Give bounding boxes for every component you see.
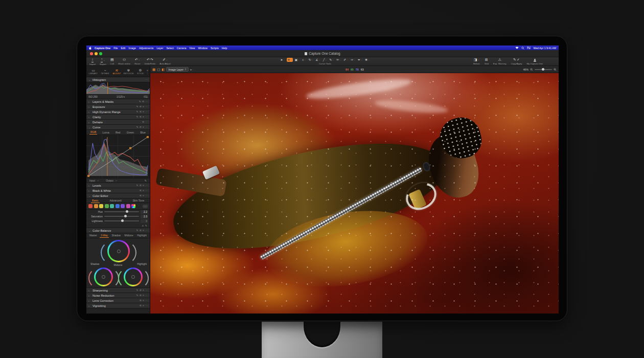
panel-pen-icon[interactable]: ✎ — [136, 116, 139, 118]
ce-tab-skintone[interactable]: Skin Tone — [131, 198, 145, 203]
rotate-tool[interactable]: ↻⌄ — [308, 58, 314, 62]
panel-reset-icon[interactable]: ⟲ — [140, 189, 142, 192]
reset-button[interactable]: ↶⌄ Reset — [133, 57, 142, 65]
panel-preset-icon[interactable]: ≡ — [143, 229, 144, 232]
panel-pen-icon[interactable]: ✎ — [139, 100, 141, 103]
tool-settings[interactable]: ❋⌄ — [364, 58, 371, 62]
panel-reset-icon[interactable]: ⟲ — [140, 289, 142, 292]
auto-adjust-button[interactable]: ✐⌄ Auto Adjust — [158, 57, 172, 65]
panel-reset-icon[interactable]: ⟲ — [140, 194, 142, 197]
swatch-aqua[interactable] — [110, 204, 114, 208]
layer-selector[interactable]: Image Layer ⇕ — [166, 67, 188, 72]
menu-camera[interactable]: Camera — [177, 47, 186, 50]
close-window-button[interactable] — [90, 52, 93, 55]
zoom-slider[interactable] — [535, 69, 552, 70]
curve-tab-luma[interactable]: Luma — [102, 130, 110, 135]
panel-reset-icon[interactable]: ⟲ — [140, 299, 142, 302]
panel-reset-icon[interactable]: ⟲ — [140, 110, 142, 113]
my-capture-one-button[interactable]: My Capture One — [525, 57, 544, 65]
ce-list-icon[interactable]: ≡ — [142, 224, 144, 227]
panel-more-icon[interactable]: ⋯ — [145, 116, 148, 118]
panel-more-icon[interactable]: ⋯ — [145, 294, 148, 297]
minimize-window-button[interactable] — [95, 52, 98, 55]
panel-reset-icon[interactable]: ⟲ — [140, 184, 142, 187]
export-button[interactable]: ↑⌄ Export — [98, 57, 107, 65]
loupe-tool[interactable]: ▣⌄ — [294, 58, 301, 62]
select-tool[interactable]: ➤⌄ — [280, 58, 286, 62]
color-editor-panel-header[interactable]: ⌄ Color Editor ⟲≡⋯ — [86, 193, 150, 198]
zoom-out-icon[interactable] — [530, 68, 533, 71]
ce-tab-basic[interactable]: Basic — [91, 198, 100, 203]
panel-more-icon[interactable]: ⋯ — [145, 229, 148, 232]
menu-app-name[interactable]: Capture One — [95, 47, 110, 50]
tab-tether[interactable]: ⌁TETHER — [99, 68, 111, 75]
import-button[interactable]: ↓ Import — [88, 57, 97, 65]
panel-pen-icon[interactable]: ✎ — [136, 110, 139, 113]
grid-button[interactable]: ⊞ Grid — [483, 57, 490, 65]
cb-tab-3way[interactable]: 3-Way — [100, 234, 109, 238]
exposure-warning-button[interactable]: ⚠ Exp. Warning — [492, 57, 508, 65]
shadow-color-wheel[interactable] — [94, 267, 113, 286]
lightness-value[interactable]: 0 — [141, 219, 148, 223]
keystone-tool[interactable]: ∡⌄ — [315, 58, 321, 62]
menu-image[interactable]: Image — [128, 47, 135, 50]
tab-options-icon[interactable]: ⋮ — [146, 72, 149, 74]
panel-more-icon[interactable]: ⋯ — [145, 194, 148, 197]
panel-more-icon[interactable]: ⋯ — [145, 110, 148, 113]
panel-preset-icon[interactable]: ≡ — [143, 299, 144, 302]
control-center-icon[interactable] — [527, 47, 531, 49]
menu-edit[interactable]: Edit — [121, 47, 126, 50]
tab-retouch[interactable]: ✾RETOUCH — [123, 68, 134, 75]
cull-button[interactable]: ▤ Cull — [109, 57, 116, 65]
panel-reset-icon[interactable]: ⟲ — [140, 105, 142, 108]
saturation-slider[interactable] — [104, 216, 139, 217]
cb-tab-highlight[interactable]: Highlight — [136, 234, 148, 237]
window-title-bar[interactable]: Capture One Catalog — [86, 50, 559, 57]
panel-reset-icon[interactable]: ⟲ — [140, 229, 142, 232]
lens-correction-panel-header[interactable]: › Lens Correction ⟲≡⋯ — [86, 298, 150, 303]
panel-preset-icon[interactable]: ≡ — [143, 110, 144, 113]
panel-more-icon[interactable]: ⋯ — [145, 289, 148, 292]
panel-more-icon[interactable]: ⋯ — [145, 105, 148, 108]
zoom-window-button[interactable] — [99, 52, 102, 55]
split-view-icon[interactable]: ◧ — [162, 68, 165, 71]
exposure-panel-header[interactable]: › Exposure ✎⟲≡⋯ — [86, 104, 150, 109]
add-layer-button[interactable]: + ⌄ — [190, 68, 194, 71]
photo-canvas[interactable] — [150, 73, 559, 314]
menu-adjustments[interactable]: Adjustments — [139, 47, 154, 50]
erase-mask-tool[interactable]: ✐⌄ — [343, 58, 349, 62]
swatch-magenta[interactable] — [126, 204, 130, 208]
panel-pen-icon[interactable]: ✎ — [136, 105, 139, 108]
swatch-blue[interactable] — [116, 204, 120, 208]
menu-help[interactable]: Help — [222, 47, 227, 50]
multi-view-icon[interactable]: ▦ — [152, 68, 155, 71]
panel-preset-icon[interactable]: ≡ — [143, 304, 144, 307]
histogram-panel-header[interactable]: ⌄ Histogram ⋯ — [86, 77, 150, 82]
dehaze-panel-header[interactable]: › Dehaze ⟲⋯ — [86, 120, 150, 125]
panel-pen-icon[interactable]: ✎ — [136, 229, 139, 232]
swatch-more-button[interactable]: ⋯ — [143, 205, 148, 208]
panel-pen-icon[interactable]: ✎ — [136, 184, 139, 187]
cb-tab-midtone[interactable]: Midtone — [124, 234, 134, 237]
ce-tab-advanced[interactable]: Advanced — [108, 198, 122, 203]
panel-more-icon[interactable]: ⋯ — [145, 100, 148, 103]
panel-preset-icon[interactable]: ≡ — [143, 194, 144, 197]
panel-more-icon[interactable]: ⋯ — [145, 299, 148, 302]
panel-reset-icon[interactable]: ⟲ — [140, 126, 142, 128]
curve-tab-blue[interactable]: Blue — [140, 130, 147, 135]
panel-reset-icon[interactable]: ⟲ — [140, 116, 142, 118]
tab-adjust[interactable]: ≋ADJUST — [111, 68, 123, 75]
zoom-in-icon[interactable] — [554, 68, 557, 71]
panel-preset-icon[interactable]: ≡ — [143, 189, 144, 192]
swatch-purple[interactable] — [121, 204, 125, 208]
panel-more-icon[interactable]: ⋯ — [145, 304, 148, 307]
black-white-panel-header[interactable]: › Black & White ⟲≡⋯ — [86, 188, 150, 193]
panel-preset-icon[interactable]: ≡ — [143, 289, 144, 292]
apple-menu-icon[interactable] — [89, 47, 91, 50]
lightness-slider[interactable] — [104, 220, 139, 221]
panel-reset-icon[interactable]: ⟲ — [140, 294, 142, 297]
menu-select[interactable]: Select — [166, 47, 173, 50]
hue-slider[interactable] — [104, 211, 139, 212]
spot-removal-tool[interactable]: ✎⌄ — [329, 58, 335, 62]
swatch-orange[interactable] — [94, 204, 98, 208]
